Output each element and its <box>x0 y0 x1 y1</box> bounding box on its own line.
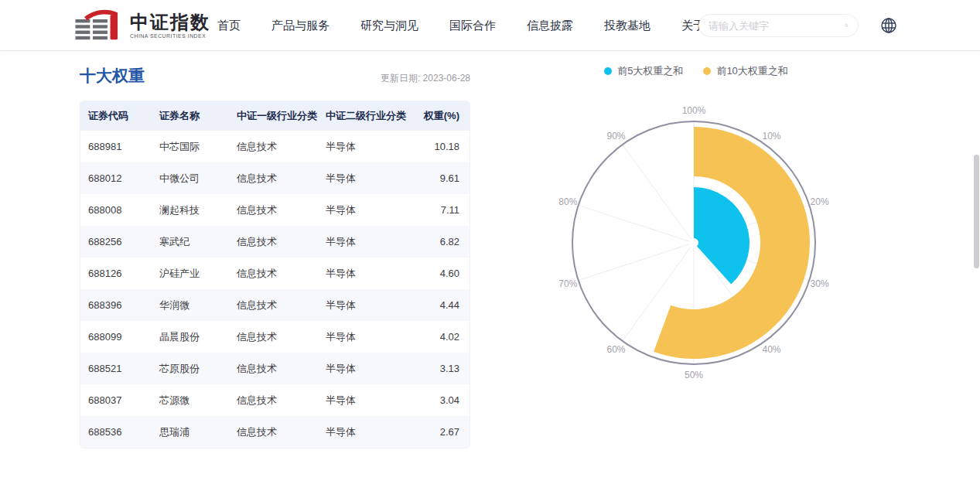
table-cell: 信息技术 <box>229 235 318 249</box>
legend-label: 前5大权重之和 <box>617 64 683 78</box>
table-cell: 688126 <box>80 268 152 279</box>
chart-axis-label: 60% <box>606 344 625 355</box>
chart-axis-label: 20% <box>811 196 829 207</box>
page-title: 十大权重 <box>80 65 145 87</box>
table-cell: 9.61 <box>409 172 468 184</box>
weights-table: 证券代码证券名称中证一级行业分类中证二级行业分类权重(%) 688981中芯国际… <box>80 101 470 449</box>
table-cell: 688981 <box>80 141 152 152</box>
table-cell: 6.82 <box>409 236 468 247</box>
logo-text: 中证指数 CHINA SECURITIES INDEX <box>130 12 210 39</box>
table-cell: 半导体 <box>318 172 409 186</box>
legend-item[interactable]: 前5大权重之和 <box>604 64 683 78</box>
column-header: 中证二级行业分类 <box>318 109 409 123</box>
chart-series-arc <box>694 187 750 284</box>
table-cell: 半导体 <box>318 203 409 217</box>
table-cell: 半导体 <box>318 235 409 249</box>
table-cell: 半导体 <box>318 330 409 344</box>
chart-center-dot <box>689 238 698 247</box>
table-cell: 半导体 <box>318 140 409 154</box>
nav-item-3[interactable]: 国际合作 <box>449 19 496 33</box>
chart-panel: 前5大权重之和前10大权重之和 100%10%20%30%40%50%60%70… <box>541 63 851 406</box>
nav-item-4[interactable]: 信息披露 <box>527 19 573 33</box>
nav-item-1[interactable]: 产品与服务 <box>271 19 330 33</box>
table-row: 688037芯源微信息技术半导体3.04 <box>80 384 470 416</box>
logo[interactable]: 中证指数 CHINA SECURITIES INDEX <box>74 8 210 43</box>
table-cell: 澜起科技 <box>152 203 229 217</box>
table-cell: 芯源微 <box>152 394 229 408</box>
search-input[interactable] <box>709 20 845 32</box>
table-cell: 信息技术 <box>229 172 318 186</box>
main-nav: 首页产品与服务研究与洞见国际合作信息披露投教基地关于我们 <box>217 0 728 51</box>
table-header-row: 证券代码证券名称中证一级行业分类中证二级行业分类权重(%) <box>80 101 470 131</box>
table-cell: 寒武纪 <box>152 235 229 249</box>
chart-axis-label: 80% <box>558 196 577 207</box>
chart-spoke <box>579 205 694 243</box>
table-cell: 688012 <box>80 172 152 184</box>
legend-item[interactable]: 前10大权重之和 <box>703 64 787 78</box>
table-cell: 2.67 <box>409 426 468 438</box>
table-cell: 688037 <box>80 394 152 406</box>
table-cell: 中芯国际 <box>152 140 229 154</box>
page: 中证指数 CHINA SECURITIES INDEX 首页产品与服务研究与洞见… <box>0 0 980 481</box>
table-cell: 信息技术 <box>229 298 318 312</box>
table-cell: 半导体 <box>318 394 409 408</box>
chart-spoke <box>579 243 694 281</box>
site-header: 中证指数 CHINA SECURITIES INDEX 首页产品与服务研究与洞见… <box>0 0 980 51</box>
table-cell: 688536 <box>80 426 152 438</box>
update-date: 更新日期: 2023-06-28 <box>381 72 470 85</box>
table-cell: 7.11 <box>409 204 468 216</box>
logo-mark-icon <box>74 8 124 43</box>
table-cell: 4.60 <box>409 268 468 279</box>
table-cell: 半导体 <box>318 267 409 281</box>
chart-axis-label: 30% <box>811 278 829 289</box>
table-row: 688256寒武纪信息技术半导体6.82 <box>80 226 470 258</box>
table-cell: 晶晨股份 <box>152 330 229 344</box>
table-cell: 思瑞浦 <box>152 425 229 439</box>
chart-axis-label: 10% <box>762 131 780 142</box>
table-cell: 688008 <box>80 204 152 216</box>
table-cell: 3.04 <box>409 394 468 406</box>
table-cell: 688256 <box>80 236 152 247</box>
chart-legend: 前5大权重之和前10大权重之和 <box>541 63 851 79</box>
legend-dot-icon <box>604 67 612 75</box>
table-row: 688521芯原股份信息技术半导体3.13 <box>80 353 470 384</box>
table-cell: 半导体 <box>318 298 409 312</box>
section-title-row: 十大权重 更新日期: 2023-06-28 <box>80 65 470 87</box>
table-cell: 688099 <box>80 331 152 343</box>
chart-axis-label: 100% <box>682 105 706 116</box>
table-cell: 中微公司 <box>152 172 229 186</box>
table-row: 688008澜起科技信息技术半导体7.11 <box>80 194 470 226</box>
column-header: 权重(%) <box>409 109 468 123</box>
nav-item-2[interactable]: 研究与洞见 <box>360 19 418 33</box>
table-cell: 芯原股份 <box>152 362 229 376</box>
table-row: 688126沪硅产业信息技术半导体4.60 <box>80 258 470 289</box>
table-row: 688396华润微信息技术半导体4.44 <box>80 289 470 321</box>
table-cell: 信息技术 <box>229 362 318 376</box>
legend-dot-icon <box>703 67 711 75</box>
scrollbar-thumb[interactable] <box>974 155 979 268</box>
chart-axis-label: 50% <box>685 370 703 380</box>
table-cell: 信息技术 <box>229 140 318 154</box>
legend-label: 前10大权重之和 <box>716 64 787 78</box>
table-row: 688099晶晨股份信息技术半导体4.02 <box>80 321 470 353</box>
table-cell: 信息技术 <box>229 267 318 281</box>
nav-item-0[interactable]: 首页 <box>217 19 241 33</box>
table-cell: 沪硅产业 <box>152 267 229 281</box>
table-cell: 4.44 <box>409 299 468 311</box>
table-body: 688981中芯国际信息技术半导体10.18688012中微公司信息技术半导体9… <box>80 131 470 448</box>
table-row: 688012中微公司信息技术半导体9.61 <box>80 162 470 194</box>
table-cell: 3.13 <box>409 363 468 374</box>
chart-spoke <box>623 145 694 243</box>
table-row: 688981中芯国际信息技术半导体10.18 <box>80 131 470 162</box>
table-cell: 688521 <box>80 363 152 374</box>
table-cell: 华润微 <box>152 298 229 312</box>
column-header: 证券代码 <box>80 109 152 123</box>
table-row: 688536思瑞浦信息技术半导体2.67 <box>80 416 470 448</box>
chart-axis-label: 40% <box>762 344 780 355</box>
nav-item-5[interactable]: 投教基地 <box>604 19 650 33</box>
polar-weight-chart: 100%10%20%30%40%50%60%70%80%90% <box>541 97 851 406</box>
table-cell: 4.02 <box>409 331 468 343</box>
language-globe-icon[interactable] <box>880 17 897 34</box>
search-icon[interactable] <box>845 19 849 32</box>
table-cell: 10.18 <box>409 141 468 152</box>
